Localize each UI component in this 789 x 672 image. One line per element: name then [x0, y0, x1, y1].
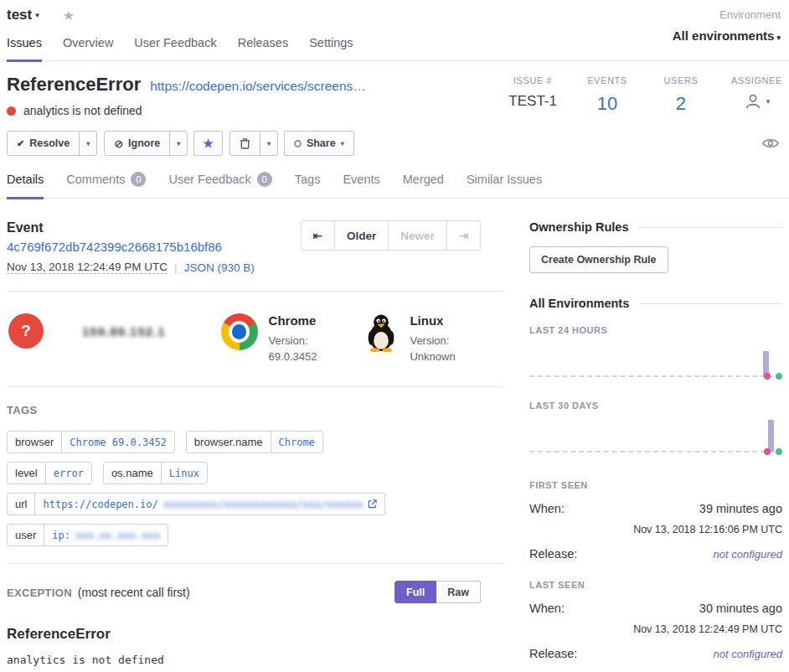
ignore-button[interactable]: ⊘ Ignore [104, 131, 170, 156]
error-level-dot-icon [7, 106, 16, 116]
browser-version-value: 69.0.3452 [269, 350, 317, 363]
tag-user: user ip:xxx.xx.xxx.xxx [7, 524, 168, 546]
ownership-rules-heading: Ownership Rules [529, 220, 782, 234]
exception-note: (most recent call first) [78, 586, 190, 599]
event-json-link[interactable]: JSON (930 B) [184, 261, 255, 274]
last-seen-marker-dot [776, 448, 782, 455]
os-version-value: Unknown [410, 350, 455, 363]
tag-value-link[interactable]: Linux [161, 463, 207, 483]
divider [7, 291, 504, 292]
tag-os-name: os.name Linux [103, 462, 208, 484]
user-feedback-count-badge: 0 [257, 172, 272, 187]
tab-details[interactable]: Details [7, 172, 44, 199]
skip-to-last-icon: ⇥ [459, 229, 468, 242]
release-label: Release: [529, 547, 577, 561]
environments-block: All Environments LAST 24 HOURS LAST 30 D… [529, 297, 782, 660]
event-pagination: ⇤ Older Newer ⇥ [301, 220, 481, 251]
stat-events-value[interactable]: 10 [584, 93, 631, 115]
tag-value-link[interactable]: error [45, 463, 91, 483]
event-header: Event 4c769f672db742399c2668175b16bf86 N… [7, 220, 504, 274]
ignore-dropdown-button[interactable]: ▾ [169, 131, 188, 156]
delete-dropdown-button[interactable]: ▾ [260, 131, 278, 156]
last-seen-release-row: Release: not configured [529, 647, 782, 660]
latest-event-button[interactable]: ⇥ [446, 220, 481, 251]
older-event-button[interactable]: Older [334, 220, 389, 251]
resolve-dropdown-button[interactable]: ▾ [79, 131, 97, 156]
tag-value-link[interactable]: Chrome 69.0.3452 [61, 432, 174, 452]
create-ownership-rule-button[interactable]: Create Ownership Rule [529, 246, 668, 273]
tab-user-feedback[interactable]: User Feedback0 [168, 172, 271, 198]
nav-item-overview[interactable]: Overview [63, 36, 113, 60]
oldest-event-button[interactable]: ⇤ [301, 220, 335, 251]
app-header: test ▾ ★ Environment All environments▾ I… [0, 0, 789, 61]
event-id-link[interactable]: 4c769f672db742399c2668175b16bf86 [7, 240, 222, 254]
event-context-row: ? 159.89.152.1 Chrome Version: 69.0.3452 [7, 308, 504, 370]
first-seen-marker-dot [764, 373, 771, 380]
stat-users: USERS 2 [658, 75, 704, 117]
last-seen-when-row: When: 30 minutes ago [529, 602, 782, 615]
person-icon [744, 92, 762, 111]
tab-similar-issues[interactable]: Similar Issues [467, 172, 542, 198]
exception-header: EXCEPTION (most recent call first) Full … [7, 581, 504, 603]
ignore-button-group: ⊘ Ignore ▾ [104, 131, 188, 156]
nav-item-issues[interactable]: Issues [7, 36, 42, 62]
issue-title-block: ReferenceError https://codepen.io/servic… [7, 74, 366, 117]
resolve-label: Resolve [29, 137, 70, 149]
share-button-group: Share ▾ [285, 131, 354, 156]
nav-item-releases[interactable]: Releases [238, 36, 288, 60]
chart-bar[interactable] [768, 420, 774, 452]
event-timestamp-link[interactable]: Nov 13, 2018 12:24:49 PM UTC [7, 261, 168, 274]
last-seen-date: Nov 13, 2018 12:24:49 PM UTC [529, 623, 782, 635]
chevron-down-icon: ▾ [267, 140, 271, 147]
bookmark-button[interactable]: ★ [193, 131, 223, 156]
project-switcher[interactable]: test [7, 7, 32, 23]
delete-button[interactable] [229, 131, 260, 156]
raw-view-button[interactable]: Raw [436, 581, 481, 603]
last-seen-release-link[interactable]: not configured [714, 648, 782, 660]
stat-users-label: USERS [658, 75, 704, 85]
issue-culprit-link[interactable]: https://codepen.io/services/screens… [150, 79, 366, 94]
chevron-down-icon: ▾ [86, 140, 90, 147]
stat-events-label: EVENTS [584, 75, 631, 85]
os-version-label: Version: [410, 334, 455, 347]
tag-value-link[interactable]: Chrome [271, 432, 322, 452]
stat-events: EVENTS 10 [584, 75, 631, 117]
user-avatar: ? [8, 313, 44, 349]
full-view-button[interactable]: Full [394, 581, 436, 603]
tab-comments[interactable]: Comments0 [66, 172, 146, 198]
tab-events-label: Events [343, 173, 379, 186]
release-label: Release: [529, 647, 577, 660]
chevron-down-icon[interactable]: ▾ [35, 11, 39, 19]
nav-item-user-feedback[interactable]: User Feedback [134, 36, 216, 60]
chevron-down-icon: ▾ [766, 97, 771, 106]
exception-value: analytics is not defined [7, 654, 504, 666]
event-meta-row: Nov 13, 2018 12:24:49 PM UTC | JSON (930… [7, 261, 255, 274]
tab-tags[interactable]: Tags [295, 172, 321, 198]
tab-merged-label: Merged [403, 173, 444, 186]
tab-events[interactable]: Events [343, 172, 379, 198]
share-button[interactable]: Share ▾ [284, 131, 354, 156]
assignee-dropdown[interactable]: ▾ [731, 92, 782, 111]
stat-issue-label: ISSUE # [508, 75, 557, 85]
resolve-button[interactable]: ✔ Resolve [7, 131, 80, 156]
stat-users-value[interactable]: 2 [658, 93, 704, 115]
project-row: test ▾ ★ [7, 7, 782, 23]
environment-dropdown[interactable]: All environments▾ [673, 28, 781, 43]
last-seen-heading: LAST SEEN [529, 580, 782, 590]
tab-merged[interactable]: Merged [403, 172, 444, 198]
bookmark-star-icon[interactable]: ★ [63, 8, 75, 23]
subscribe-eye-icon[interactable] [762, 137, 779, 149]
external-link-icon[interactable] [368, 499, 377, 509]
stat-assignee-label: ASSIGNEE [731, 75, 782, 85]
newer-event-button[interactable]: Newer [388, 220, 447, 251]
first-seen-release-link[interactable]: not configured [714, 548, 782, 561]
resolve-button-group: ✔ Resolve ▾ [7, 131, 97, 156]
tag-level: level error [7, 462, 92, 484]
when-label: When: [529, 502, 565, 515]
browser-version-label: Version: [269, 334, 317, 347]
all-environments-heading: All Environments [529, 297, 782, 310]
tag-value-link[interactable]: https://codepen.io/xxxxxxxxx/xxxxxxxxxxx… [34, 494, 384, 514]
nav-item-settings[interactable]: Settings [309, 36, 353, 60]
tag-value-link[interactable]: ip:xxx.xx.xxx.xxx [44, 525, 168, 545]
tag-url: url https://codepen.io/xxxxxxxxx/xxxxxxx… [7, 493, 385, 515]
